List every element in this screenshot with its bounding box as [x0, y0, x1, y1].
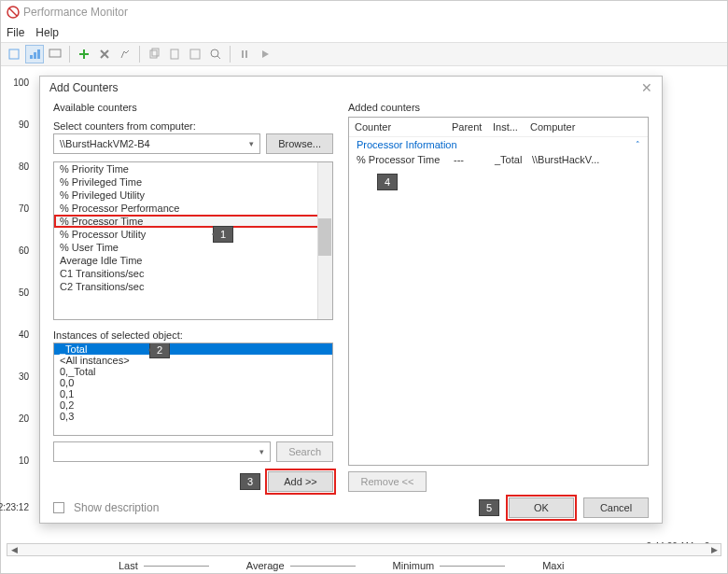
delete-icon[interactable]	[95, 45, 114, 63]
svg-rect-14	[245, 50, 247, 58]
computer-value: \\BurstHackVM2-B4	[60, 138, 150, 149]
horizontal-scrollbar[interactable]: ◀ ▶	[7, 543, 721, 556]
col-parent[interactable]: Parent	[452, 121, 489, 133]
show-description-checkbox[interactable]	[53, 502, 64, 513]
instance-item-total[interactable]: _Total	[54, 343, 332, 355]
y-tick: 100	[5, 77, 29, 88]
select-from-label: Select counters from computer:	[53, 120, 333, 132]
monitor-icon[interactable]	[46, 45, 64, 63]
counter-item-processor-time[interactable]: % Processor Time	[54, 215, 332, 228]
menubar: File Help	[1, 23, 727, 42]
computer-combo[interactable]: \\BurstHackVM2-B4 ▾	[53, 133, 260, 154]
y-tick: 10	[5, 455, 29, 466]
added-counters-grid[interactable]: Counter Parent Inst... Computer Processo…	[348, 117, 649, 466]
y-tick: 50	[5, 287, 29, 298]
remove-button[interactable]: Remove <<	[348, 471, 427, 492]
status-maximum-label: Maxi	[542, 560, 564, 571]
counter-group-row[interactable]: Processor Information ˄	[349, 137, 648, 152]
chevron-up-icon: ˄	[636, 140, 640, 149]
scroll-left-icon[interactable]: ◀	[7, 544, 21, 555]
pause-icon[interactable]	[235, 45, 254, 63]
y-tick: 60	[5, 245, 29, 256]
svg-rect-3	[30, 55, 33, 59]
counter-item[interactable]: Average Idle Time	[54, 254, 332, 267]
callout-5: 5	[479, 499, 499, 516]
status-bar: Last Average Minimum Maxi	[7, 558, 721, 573]
grid-header: Counter Parent Inst... Computer	[349, 118, 648, 137]
cell-inst: _Total	[495, 154, 528, 165]
y-tick: 30	[5, 371, 29, 382]
instance-item[interactable]: <All instances>	[54, 355, 332, 366]
instance-item[interactable]: 0,0	[54, 377, 332, 388]
instances-listbox[interactable]: _Total <All instances> 0,_Total 0,0 0,1 …	[53, 343, 333, 436]
instance-item[interactable]: 0,2	[54, 399, 332, 411]
col-computer[interactable]: Computer	[530, 121, 642, 133]
status-average-label: Average	[246, 560, 285, 571]
counter-item[interactable]: % Priority Time	[54, 162, 332, 175]
cell-computer: \\BurstHackV...	[532, 154, 640, 165]
col-counter[interactable]: Counter	[355, 121, 448, 133]
col-inst[interactable]: Inst...	[493, 121, 526, 133]
svg-line-1	[9, 8, 17, 16]
x-start-time: 2:23:12	[0, 502, 29, 512]
scroll-right-icon[interactable]: ▶	[707, 544, 721, 555]
chart-icon[interactable]	[25, 45, 44, 63]
ok-button[interactable]: OK	[509, 497, 574, 518]
show-description-label: Show description	[74, 501, 159, 514]
menu-file[interactable]: File	[7, 26, 24, 39]
add-counters-dialog: Add Counters ✕ Available counters Select…	[39, 76, 663, 524]
counter-item[interactable]: % User Time	[54, 241, 332, 254]
available-counters-label: Available counters	[53, 102, 333, 113]
instance-item[interactable]: 0,3	[54, 411, 332, 422]
zoom-icon[interactable]	[206, 45, 225, 63]
menu-help[interactable]: Help	[35, 26, 59, 39]
instance-search-combo[interactable]: ▾	[53, 441, 271, 462]
performance-monitor-window: Performance Monitor File Help 100 90 80 …	[0, 0, 728, 574]
y-tick: 70	[5, 203, 29, 214]
add-button[interactable]: Add >>	[268, 471, 333, 492]
chevron-down-icon: ▾	[259, 447, 264, 456]
cancel-button[interactable]: Cancel	[583, 497, 649, 518]
y-tick: 90	[5, 119, 29, 130]
y-tick: 20	[5, 413, 29, 424]
dialog-footer: Show description 5 OK Cancel	[40, 492, 662, 523]
svg-rect-13	[242, 50, 244, 58]
callout-3: 3	[240, 473, 260, 490]
add-icon[interactable]	[75, 45, 93, 63]
copy-icon[interactable]	[145, 45, 163, 63]
added-counters-label: Added counters	[348, 102, 649, 113]
y-tick: 80	[5, 161, 29, 172]
counters-scrollbar[interactable]	[317, 162, 332, 319]
added-counter-row[interactable]: % Processor Time --- _Total \\BurstHackV…	[349, 152, 648, 167]
view-icon[interactable]	[5, 45, 23, 63]
svg-rect-7	[150, 50, 157, 58]
titlebar: Performance Monitor	[1, 1, 727, 23]
instances-label: Instances of selected object:	[53, 329, 333, 341]
y-tick: 40	[5, 329, 29, 340]
play-icon[interactable]	[256, 45, 274, 63]
highlight-icon[interactable]	[116, 45, 134, 63]
svg-rect-2	[9, 49, 19, 59]
dialog-titlebar: Add Counters ✕	[40, 77, 662, 98]
properties-icon[interactable]	[186, 45, 204, 63]
search-button[interactable]: Search	[276, 441, 333, 462]
instance-item[interactable]: 0,_Total	[54, 366, 332, 377]
counter-item[interactable]: C2 Transitions/sec	[54, 280, 332, 293]
close-icon[interactable]: ✕	[641, 80, 652, 95]
added-counters-panel: Added counters Counter Parent Inst... Co…	[348, 102, 649, 492]
available-counters-panel: Available counters Select counters from …	[53, 102, 333, 492]
browse-button[interactable]: Browse...	[266, 133, 333, 154]
counter-item[interactable]: % Privileged Time	[54, 175, 332, 189]
counter-item[interactable]: % Processor Utility	[54, 228, 332, 241]
svg-point-11	[211, 49, 218, 57]
svg-line-12	[217, 56, 220, 59]
instance-item[interactable]: 0,1	[54, 388, 332, 399]
counter-item[interactable]: % Processor Performance	[54, 202, 332, 215]
paste-icon[interactable]	[165, 45, 184, 63]
svg-rect-9	[171, 49, 178, 59]
callout-2: 2	[149, 343, 170, 358]
counters-listbox[interactable]: % Priority Time % Privileged Time % Priv…	[53, 161, 333, 320]
counter-item[interactable]: % Privileged Utility	[54, 189, 332, 202]
counter-item[interactable]: C1 Transitions/sec	[54, 267, 332, 280]
window-title: Performance Monitor	[23, 6, 128, 19]
